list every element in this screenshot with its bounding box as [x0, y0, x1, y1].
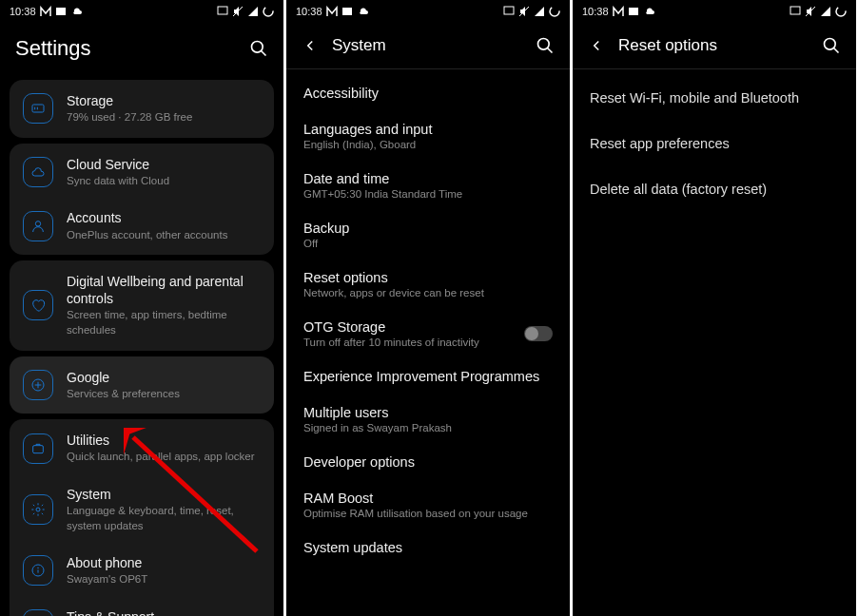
system-item-otg-storage[interactable]: OTG StorageTurn off after 10 minutes of …: [286, 309, 570, 358]
item-title: System updates: [303, 540, 553, 555]
reset-item-reset-wi-fi-mobile-and-bluetooth[interactable]: Reset Wi-Fi, mobile and Bluetooth: [573, 75, 856, 121]
loading-icon: [549, 6, 560, 17]
cast-icon: [217, 6, 228, 17]
mute-icon: [232, 6, 244, 17]
status-bar: 10:38: [573, 0, 856, 23]
system-item-reset-options[interactable]: Reset optionsNetwork, apps or device can…: [286, 260, 570, 309]
status-bar: 10:38: [286, 0, 570, 23]
svg-line-31: [834, 48, 839, 53]
svg-line-24: [548, 48, 553, 53]
settings-group: GoogleServices & preferences: [10, 356, 274, 414]
cast-icon: [503, 6, 515, 17]
settings-row-tips-support[interactable]: Tips & SupportTips and FAQ on device usa…: [10, 598, 274, 616]
loading-icon: [263, 6, 274, 17]
system-item-accessibility[interactable]: Accessibility: [286, 75, 570, 111]
settings-row-about-phone[interactable]: About phoneSwayam's OP6T: [10, 544, 274, 598]
system-item-date-and-time[interactable]: Date and timeGMT+05:30 India Standard Ti…: [286, 161, 570, 210]
tips-icon: [23, 609, 53, 616]
row-title: Google: [67, 369, 261, 386]
item-subtitle: Optimise RAM utilisation based on your u…: [303, 508, 553, 519]
row-title: Storage: [67, 92, 261, 109]
row-subtitle: OnePlus account, other accounts: [67, 228, 261, 243]
svg-point-15: [38, 568, 39, 568]
cloud-icon-status: [643, 6, 656, 17]
mute-icon: [518, 6, 530, 17]
reset-header: Reset options: [573, 23, 856, 68]
otg-toggle[interactable]: [524, 326, 553, 341]
image-icon: [341, 6, 353, 17]
row-subtitle: 79% used · 27.28 GB free: [67, 110, 261, 125]
image-icon: [628, 6, 639, 17]
system-item-ram-boost[interactable]: RAM BoostOptimise RAM utilisation based …: [286, 480, 570, 529]
system-item-system-updates[interactable]: System updates: [286, 529, 570, 566]
system-item-languages-and-input[interactable]: Languages and inputEnglish (India), Gboa…: [286, 111, 570, 161]
system-item-developer-options[interactable]: Developer options: [286, 444, 570, 480]
svg-rect-20: [504, 7, 514, 14]
svg-point-3: [263, 7, 273, 16]
search-icon[interactable]: [249, 39, 268, 58]
status-time: 10:38: [296, 6, 322, 17]
settings-group: Cloud ServiceSync data with CloudAccount…: [10, 144, 274, 255]
item-title: Date and time: [303, 171, 553, 186]
settings-row-storage[interactable]: Storage79% used · 27.28 GB free: [10, 82, 274, 136]
system-item-experience-improvement-programmes[interactable]: Experience Improvement Programmes: [286, 358, 570, 395]
row-title: Accounts: [67, 209, 261, 226]
storage-icon: [23, 93, 53, 124]
item-title: RAM Boost: [303, 491, 553, 506]
settings-row-utilities[interactable]: UtilitiesQuick launch, parallel apps, ap…: [10, 421, 274, 475]
settings-group: UtilitiesQuick launch, parallel apps, ap…: [10, 419, 274, 616]
wellbeing-icon: [23, 290, 53, 320]
item-subtitle: Turn off after 10 minutes of inactivity: [303, 337, 524, 348]
google-icon: [23, 370, 53, 400]
reset-item-delete-all-data-factory-reset-[interactable]: Delete all data (factory reset): [573, 166, 856, 212]
cloud-icon: [23, 157, 53, 187]
system-item-backup[interactable]: BackupOff: [286, 210, 570, 260]
item-title: Developer options: [303, 454, 553, 470]
back-button[interactable]: [302, 37, 319, 54]
system-item-multiple-users[interactable]: Multiple usersSigned in as Swayam Prakas…: [286, 395, 570, 444]
svg-rect-27: [790, 7, 800, 14]
row-title: Digital Wellbeing and parental controls: [67, 273, 261, 307]
utilities-icon: [23, 433, 53, 464]
back-button[interactable]: [588, 37, 605, 54]
row-subtitle: Swayam's OP6T: [67, 572, 261, 587]
svg-point-22: [550, 7, 559, 16]
item-title: OTG Storage: [303, 319, 524, 335]
item-subtitle: Network, apps or device can be reset: [303, 287, 553, 298]
settings-group: Digital Wellbeing and parental controlsS…: [10, 260, 274, 350]
settings-row-digital-wellbeing-and-parental-controls[interactable]: Digital Wellbeing and parental controlsS…: [10, 262, 274, 348]
item-subtitle: GMT+05:30 India Standard Time: [303, 188, 553, 200]
item-title: Backup: [303, 221, 553, 236]
system-icon: [23, 494, 53, 525]
search-icon[interactable]: [536, 36, 555, 55]
settings-row-cloud-service[interactable]: Cloud ServiceSync data with Cloud: [10, 145, 274, 200]
row-subtitle: Services & preferences: [67, 387, 261, 402]
row-title: System: [67, 486, 261, 503]
settings-row-accounts[interactable]: AccountsOnePlus account, other accounts: [10, 199, 274, 253]
row-subtitle: Screen time, app timers, bedtime schedul…: [67, 308, 261, 337]
svg-rect-11: [33, 445, 44, 452]
row-title: Utilities: [67, 432, 261, 449]
m-icon: [613, 6, 624, 17]
row-title: Tips & Support: [67, 608, 261, 616]
reset-item-reset-app-preferences[interactable]: Reset app preferences: [573, 121, 856, 166]
signal-icon: [820, 6, 831, 17]
svg-line-5: [262, 51, 266, 56]
about-icon: [23, 555, 53, 586]
settings-row-google[interactable]: GoogleServices & preferences: [10, 358, 274, 413]
svg-point-9: [35, 221, 40, 225]
screen-reset-options: 10:38 Reset options Reset Wi-Fi, mobile …: [573, 0, 856, 616]
item-subtitle: Signed in as Swayam Prakash: [303, 422, 553, 433]
svg-rect-0: [56, 8, 66, 15]
svg-point-30: [825, 39, 836, 50]
divider: [286, 68, 570, 69]
item-subtitle: Off: [303, 238, 553, 249]
loading-icon: [835, 6, 847, 17]
row-title: About phone: [67, 554, 261, 571]
settings-row-system[interactable]: SystemLanguage & keyboard, time, reset, …: [10, 475, 274, 544]
signal-icon: [534, 6, 545, 17]
svg-point-23: [538, 39, 550, 50]
search-icon[interactable]: [822, 36, 841, 55]
svg-rect-19: [342, 8, 352, 15]
m-icon: [40, 6, 51, 17]
